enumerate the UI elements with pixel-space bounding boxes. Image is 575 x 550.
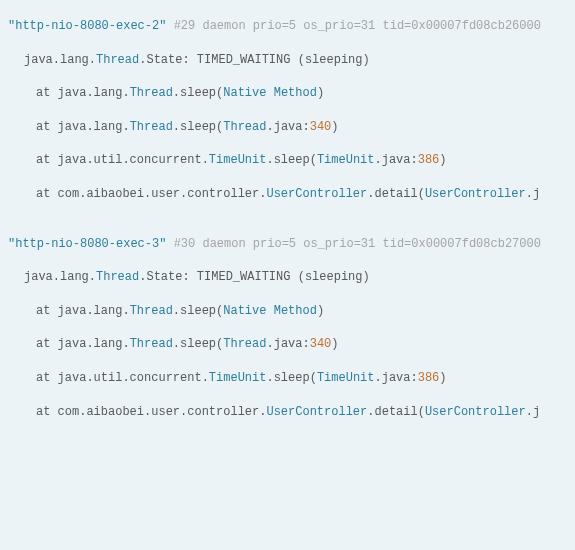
stack-frame: at com.aibaobei.user.controller.UserCont… xyxy=(8,178,575,212)
thread-meta: #30 daemon prio=5 os_prio=31 tid=0x00007… xyxy=(174,237,541,251)
thread-block: "http-nio-8080-exec-2" #29 daemon prio=5… xyxy=(8,10,575,212)
thread-header: "http-nio-8080-exec-3" #30 daemon prio=5… xyxy=(8,228,575,262)
thread-header: "http-nio-8080-exec-2" #29 daemon prio=5… xyxy=(8,10,575,44)
thread-name: "http-nio-8080-exec-3" xyxy=(8,237,166,251)
stack-frame: at java.util.concurrent.TimeUnit.sleep(T… xyxy=(8,362,575,396)
thread-state: java.lang.Thread.State: TIMED_WAITING (s… xyxy=(8,44,575,78)
stack-frame: at java.lang.Thread.sleep(Native Method) xyxy=(8,295,575,329)
stack-frame: at java.lang.Thread.sleep(Native Method) xyxy=(8,77,575,111)
thread-meta: #29 daemon prio=5 os_prio=31 tid=0x00007… xyxy=(174,19,541,33)
stack-frame: at java.lang.Thread.sleep(Thread.java:34… xyxy=(8,328,575,362)
stack-frame: at java.lang.Thread.sleep(Thread.java:34… xyxy=(8,111,575,145)
stack-frame: at com.aibaobei.user.controller.UserCont… xyxy=(8,396,575,430)
thread-state: java.lang.Thread.State: TIMED_WAITING (s… xyxy=(8,261,575,295)
thread-name: "http-nio-8080-exec-2" xyxy=(8,19,166,33)
stack-frame: at java.util.concurrent.TimeUnit.sleep(T… xyxy=(8,144,575,178)
thread-block: "http-nio-8080-exec-3" #30 daemon prio=5… xyxy=(8,228,575,430)
